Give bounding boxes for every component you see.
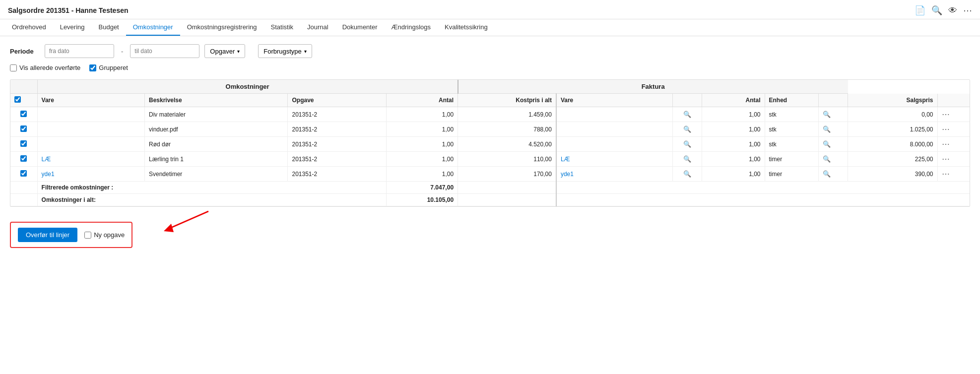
row3-vare-left: [37, 137, 144, 152]
svg-line-0: [169, 211, 208, 229]
group-header-row: Omkostninger Faktura: [10, 80, 970, 94]
tab-omkostningsregistrering[interactable]: Omkostningsregistrering: [180, 19, 264, 36]
transfer-button[interactable]: Overfør til linjer: [18, 228, 77, 242]
row5-check[interactable]: [10, 167, 37, 182]
row5-vare-right[interactable]: yde1: [556, 167, 672, 182]
grupperet-checkbox-label[interactable]: Grupperet: [89, 64, 128, 71]
vis-allerede-checkbox-label[interactable]: Vis allerede overførte: [10, 64, 80, 71]
col-check-all[interactable]: [10, 94, 37, 107]
row2-search-enhed[interactable]: 🔍: [818, 122, 848, 137]
row2-search-vare[interactable]: 🔍: [672, 122, 702, 137]
tab-aendringslogs[interactable]: Ændringslogs: [385, 19, 438, 36]
row5-antal-r: 1,00: [702, 167, 765, 182]
col-header-row: Vare Beskrivelse Opgave Antal Kostpris i…: [10, 94, 970, 107]
row1-more[interactable]: ⋯: [937, 107, 970, 122]
vis-allerede-checkbox[interactable]: [10, 64, 17, 71]
main-table: Omkostninger Faktura Vare Beskrivelse Op…: [10, 79, 970, 207]
tab-dokumenter[interactable]: Dokumenter: [335, 19, 385, 36]
row2-enhed: stk: [765, 122, 818, 137]
row4-vare-left[interactable]: LÆ: [37, 152, 144, 167]
red-arrow: [159, 209, 218, 240]
row1-beskrivelse: Div materialer: [144, 107, 288, 122]
row2-antal: 1,00: [386, 122, 457, 137]
row3-kostpris: 4.520,00: [458, 137, 556, 152]
date-separator: -: [119, 48, 125, 55]
row5-salgspris: 390,00: [848, 167, 937, 182]
row5-opgave: 201351-2: [288, 167, 386, 182]
group-faktura: Faktura: [458, 80, 848, 94]
row5-enhed: timer: [765, 167, 818, 182]
row3-check[interactable]: [10, 137, 37, 152]
row1-vare-right: [556, 107, 672, 122]
row5-kostpris: 170,00: [458, 167, 556, 182]
col-actions-header: [937, 94, 970, 107]
table-row: LÆ Lærling trin 1 201351-2 1,00 110,00 L…: [10, 152, 970, 167]
row1-search-vare[interactable]: 🔍: [672, 107, 702, 122]
row4-beskrivelse: Lærling trin 1: [144, 152, 288, 167]
row5-vare-left[interactable]: yde1: [37, 167, 144, 182]
row2-check[interactable]: [10, 122, 37, 137]
row5-beskrivelse: Svendetimer: [144, 167, 288, 182]
vis-allerede-label: Vis allerede overførte: [19, 64, 80, 71]
row3-more[interactable]: ⋯: [937, 137, 970, 152]
eye-icon[interactable]: 👁: [948, 5, 957, 16]
more-options-icon[interactable]: ⋯: [963, 5, 972, 16]
forbrugstype-dropdown[interactable]: Forbrugstype: [258, 44, 312, 58]
row1-kostpris: 1.459,00: [458, 107, 556, 122]
row4-vare-right[interactable]: LÆ: [556, 152, 672, 167]
tab-levering[interactable]: Levering: [53, 19, 92, 36]
col-vare-right: Vare: [556, 94, 672, 107]
table-row: vinduer.pdf 201351-2 1,00 788,00 🔍 1,00 …: [10, 122, 970, 137]
row5-search-vare[interactable]: 🔍: [672, 167, 702, 182]
row2-more[interactable]: ⋯: [937, 122, 970, 137]
row1-vare-left: [37, 107, 144, 122]
document-icon[interactable]: 📄: [915, 5, 925, 16]
tab-kvalitetssikring[interactable]: Kvalitetssikring: [438, 19, 495, 36]
summary-filtrerede: Filtrerede omkostninger : 7.047,00: [10, 182, 970, 194]
grupperet-checkbox[interactable]: [89, 64, 96, 71]
row3-search-enhed[interactable]: 🔍: [818, 137, 848, 152]
table-row: yde1 Svendetimer 201351-2 1,00 170,00 yd…: [10, 167, 970, 182]
row1-enhed: stk: [765, 107, 818, 122]
tab-journal[interactable]: Journal: [300, 19, 335, 36]
row2-kostpris: 788,00: [458, 122, 556, 137]
tab-statistik[interactable]: Statistik: [264, 19, 301, 36]
col-antal-r: Antal: [702, 94, 765, 107]
tab-ordrehoved[interactable]: Ordrehoved: [5, 19, 53, 36]
row1-salgspris: 0,00: [848, 107, 937, 122]
row4-check[interactable]: [10, 152, 37, 167]
table-row: Div materialer 201351-2 1,00 1.459,00 🔍 …: [10, 107, 970, 122]
row3-enhed: stk: [765, 137, 818, 152]
top-bar: Salgsordre 201351 - Hanne Testesen 📄 🔍 👁…: [0, 0, 980, 19]
row5-more[interactable]: ⋯: [937, 167, 970, 182]
filtrerede-value: 7.047,00: [386, 182, 457, 194]
footer-action-row: Overfør til linjer Ny opgave: [10, 222, 132, 248]
row3-opgave: 201351-2: [288, 137, 386, 152]
row5-search-enhed[interactable]: 🔍: [818, 167, 848, 182]
ialt-label: Omkostninger i alt:: [37, 194, 386, 206]
grupperet-label: Grupperet: [99, 64, 128, 71]
filter-row: Periode - Opgaver Forbrugstype: [10, 44, 970, 58]
row4-search-vare[interactable]: 🔍: [672, 152, 702, 167]
tab-budget[interactable]: Budget: [92, 19, 126, 36]
row4-opgave: 201351-2: [288, 152, 386, 167]
ny-opgave-checkbox[interactable]: [84, 232, 91, 239]
row1-search-enhed[interactable]: 🔍: [818, 107, 848, 122]
row4-more[interactable]: ⋯: [937, 152, 970, 167]
group-omkostninger: Omkostninger: [37, 80, 457, 94]
row4-salgspris: 225,00: [848, 152, 937, 167]
search-doc-icon[interactable]: 🔍: [931, 5, 942, 16]
row2-opgave: 201351-2: [288, 122, 386, 137]
ny-opgave-checkbox-label[interactable]: Ny opgave: [84, 231, 125, 239]
row3-search-vare[interactable]: 🔍: [672, 137, 702, 152]
row1-check[interactable]: [10, 107, 37, 122]
row5-antal: 1,00: [386, 167, 457, 182]
opgaver-dropdown[interactable]: Opgaver: [204, 44, 245, 58]
fra-dato-input[interactable]: [45, 44, 114, 58]
ny-opgave-label: Ny opgave: [94, 231, 125, 239]
row3-beskrivelse: Rød dør: [144, 137, 288, 152]
svg-marker-1: [164, 224, 174, 232]
til-dato-input[interactable]: [130, 44, 199, 58]
tab-omkostninger[interactable]: Omkostninger: [126, 19, 180, 36]
row4-search-enhed[interactable]: 🔍: [818, 152, 848, 167]
